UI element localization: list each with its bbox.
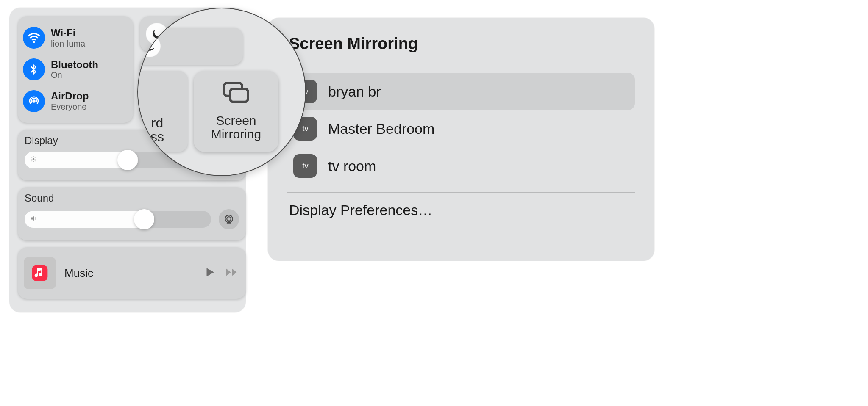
device-label: Master Bedroom: [328, 121, 434, 137]
display-preferences-link[interactable]: Display Preferences…: [287, 193, 635, 218]
play-icon: [203, 266, 216, 279]
svg-rect-12: [32, 265, 48, 281]
connectivity-tile: Wi-Fi lion-luma Bluetooth On AirDrop Eve…: [18, 16, 133, 123]
svg-point-0: [32, 99, 36, 103]
brightness-low-icon: [30, 155, 37, 165]
screen-mirroring-heading: Screen Mirroring: [287, 35, 635, 53]
airplay-device-master-bedroom[interactable]: tv Master Bedroom: [287, 110, 635, 147]
airplay-icon: [223, 214, 234, 225]
wifi-row[interactable]: Wi-Fi lion-luma: [23, 22, 128, 53]
wifi-title: Wi-Fi: [51, 28, 85, 39]
wifi-network-name: lion-luma: [51, 39, 85, 48]
music-title: Music: [64, 267, 195, 280]
airplay-device-list: tv bryan br tv Master Bedroom tv tv room: [287, 65, 635, 192]
bluetooth-icon: [23, 58, 45, 80]
zoom-magnifier: rd ss Screen Mirroring: [137, 8, 306, 176]
bluetooth-status: On: [51, 70, 98, 80]
svg-line-8: [31, 160, 32, 161]
airdrop-row[interactable]: AirDrop Everyone: [23, 86, 128, 116]
airdrop-status: Everyone: [51, 102, 89, 111]
screen-mirroring-icon: [221, 82, 251, 107]
airdrop-title: AirDrop: [51, 91, 89, 102]
sound-label: Sound: [25, 192, 239, 204]
bluetooth-row[interactable]: Bluetooth On: [23, 54, 128, 85]
wifi-icon: [23, 27, 45, 49]
airplay-device-bryan-br[interactable]: tv bryan br: [287, 73, 635, 110]
svg-line-9: [35, 157, 36, 158]
airplay-audio-button[interactable]: [219, 209, 239, 229]
play-button[interactable]: [203, 266, 216, 280]
airplay-device-tv-room[interactable]: tv tv room: [287, 147, 635, 185]
sound-volume-slider[interactable]: [25, 211, 211, 228]
bluetooth-title: Bluetooth: [51, 59, 98, 70]
svg-line-7: [35, 160, 36, 161]
fast-forward-icon: [223, 266, 240, 279]
svg-rect-14: [230, 88, 248, 102]
now-playing-tile[interactable]: Music: [18, 247, 246, 299]
appletv-icon: tv: [293, 154, 317, 178]
next-track-button[interactable]: [223, 266, 240, 280]
svg-line-6: [31, 157, 32, 158]
svg-point-1: [33, 158, 35, 160]
magnified-kb-label1: rd: [151, 116, 163, 130]
device-label: bryan br: [328, 83, 381, 100]
device-label: tv room: [328, 158, 376, 174]
magnified-screen-mirroring-tile[interactable]: Screen Mirroring: [194, 71, 278, 152]
magnified-mirror-label1: Screen: [211, 114, 261, 127]
screen-mirroring-popup: Screen Mirroring tv bryan br tv Master B…: [268, 18, 654, 261]
volume-low-icon: [30, 214, 38, 224]
airdrop-icon: [23, 90, 45, 112]
magnified-mirror-label2: Mirroring: [211, 127, 261, 141]
music-app-icon: [24, 257, 56, 289]
sound-tile: Sound: [18, 187, 246, 240]
